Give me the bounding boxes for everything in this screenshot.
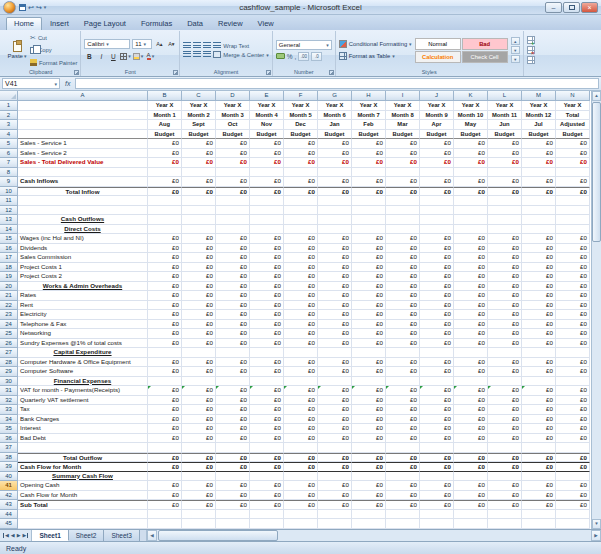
cell-K23[interactable]: £0 [454, 310, 488, 320]
format-cells-icon[interactable] [527, 56, 535, 64]
cell-D32[interactable]: £0 [216, 396, 250, 406]
cell-A8[interactable] [18, 168, 148, 178]
cell-B8[interactable] [148, 168, 182, 178]
cell-K7[interactable]: £0 [454, 158, 488, 168]
cell-L23[interactable]: £0 [488, 310, 522, 320]
column-header-K[interactable]: K [454, 91, 488, 101]
cell-H38[interactable]: £0 [352, 453, 386, 463]
cell-M3[interactable]: Jul [522, 120, 556, 130]
cell-I42[interactable]: £0 [386, 491, 420, 501]
row-header-36[interactable]: 36 [0, 434, 18, 444]
row-header-4[interactable]: 4 [0, 130, 18, 140]
cell-A25[interactable]: Networking [18, 329, 148, 339]
cell-L39[interactable]: £0 [488, 462, 522, 472]
row-header-29[interactable]: 29 [0, 367, 18, 377]
cell-N5[interactable]: £0 [556, 139, 590, 149]
cell-C8[interactable] [182, 168, 216, 178]
align-top-icon[interactable] [183, 42, 191, 49]
cell-L1[interactable]: Year X [488, 101, 522, 111]
cell-N12[interactable] [556, 206, 590, 216]
cell-G3[interactable]: Jan [318, 120, 352, 130]
vertical-scroll-thumb[interactable] [592, 102, 601, 242]
cell-A22[interactable]: Rent [18, 301, 148, 311]
cell-B37[interactable] [148, 443, 182, 453]
cell-J2[interactable]: Month 9 [420, 111, 454, 121]
cell-G16[interactable]: £0 [318, 244, 352, 254]
cell-A28[interactable]: Computer Hardware & Office Equipment [18, 358, 148, 368]
cell-I16[interactable]: £0 [386, 244, 420, 254]
cell-M45[interactable] [522, 519, 556, 529]
cell-G42[interactable]: £0 [318, 491, 352, 501]
cell-G27[interactable] [318, 348, 352, 358]
vertical-scroll-track[interactable] [592, 101, 601, 519]
cell-M32[interactable]: £0 [522, 396, 556, 406]
cell-A29[interactable]: Computer Software [18, 367, 148, 377]
cell-G28[interactable]: £0 [318, 358, 352, 368]
cell-A45[interactable] [18, 519, 148, 529]
cell-C43[interactable]: £0 [182, 500, 216, 510]
cell-I35[interactable]: £0 [386, 424, 420, 434]
cell-J20[interactable]: £0 [420, 282, 454, 292]
cell-C11[interactable] [182, 196, 216, 206]
close-button[interactable]: × [581, 2, 598, 13]
cell-M36[interactable]: £0 [522, 434, 556, 444]
cell-C42[interactable]: £0 [182, 491, 216, 501]
cell-F5[interactable]: £0 [284, 139, 318, 149]
cell-I27[interactable] [386, 348, 420, 358]
cell-F43[interactable]: £0 [284, 500, 318, 510]
cell-N31[interactable]: £0 [556, 386, 590, 396]
cell-C23[interactable]: £0 [182, 310, 216, 320]
row-header-26[interactable]: 26 [0, 339, 18, 349]
cell-L11[interactable] [488, 196, 522, 206]
row-header-38[interactable]: 38 [0, 453, 18, 463]
cell-K45[interactable] [454, 519, 488, 529]
cell-A34[interactable]: Bank Charges [18, 415, 148, 425]
font-family-select[interactable]: Calibri▾ [84, 39, 130, 49]
cell-M39[interactable]: £0 [522, 462, 556, 472]
cell-B11[interactable] [148, 196, 182, 206]
cell-H25[interactable]: £0 [352, 329, 386, 339]
cell-C10[interactable]: £0 [182, 187, 216, 197]
gallery-down-icon[interactable]: ▼ [511, 46, 520, 54]
cell-K5[interactable]: £0 [454, 139, 488, 149]
first-sheet-icon[interactable]: ◀ [3, 533, 9, 538]
cell-B24[interactable]: £0 [148, 320, 182, 330]
cell-K27[interactable] [454, 348, 488, 358]
cell-M37[interactable] [522, 443, 556, 453]
column-header-B[interactable]: B [148, 91, 182, 101]
cell-F11[interactable] [284, 196, 318, 206]
cell-H35[interactable]: £0 [352, 424, 386, 434]
cell-A15[interactable]: Wages (inc Hol and NI) [18, 234, 148, 244]
cell-J29[interactable]: £0 [420, 367, 454, 377]
bold-button[interactable]: B [84, 51, 94, 61]
row-header-22[interactable]: 22 [0, 301, 18, 311]
cell-L4[interactable]: Budget [488, 130, 522, 140]
cell-F34[interactable]: £0 [284, 415, 318, 425]
cell-K17[interactable]: £0 [454, 253, 488, 263]
cell-A21[interactable]: Rates [18, 291, 148, 301]
cell-M30[interactable] [522, 377, 556, 387]
cell-M21[interactable]: £0 [522, 291, 556, 301]
cell-N32[interactable]: £0 [556, 396, 590, 406]
cell-I9[interactable]: £0 [386, 177, 420, 187]
cell-F2[interactable]: Month 5 [284, 111, 318, 121]
cell-C19[interactable]: £0 [182, 272, 216, 282]
row-header-14[interactable]: 14 [0, 225, 18, 235]
cell-C2[interactable]: Month 2 [182, 111, 216, 121]
cell-D27[interactable] [216, 348, 250, 358]
cell-A1[interactable] [18, 101, 148, 111]
borders-button[interactable]: ▾ [120, 51, 131, 61]
cell-C44[interactable] [182, 510, 216, 520]
cell-H32[interactable]: £0 [352, 396, 386, 406]
cell-L24[interactable]: £0 [488, 320, 522, 330]
cell-H45[interactable] [352, 519, 386, 529]
column-header-A[interactable]: A [18, 91, 148, 101]
cell-N19[interactable]: £0 [556, 272, 590, 282]
cell-F45[interactable] [284, 519, 318, 529]
cell-H21[interactable]: £0 [352, 291, 386, 301]
cell-K18[interactable]: £0 [454, 263, 488, 273]
cell-F15[interactable]: £0 [284, 234, 318, 244]
cell-B21[interactable]: £0 [148, 291, 182, 301]
cell-E6[interactable]: £0 [250, 149, 284, 159]
cell-G44[interactable] [318, 510, 352, 520]
